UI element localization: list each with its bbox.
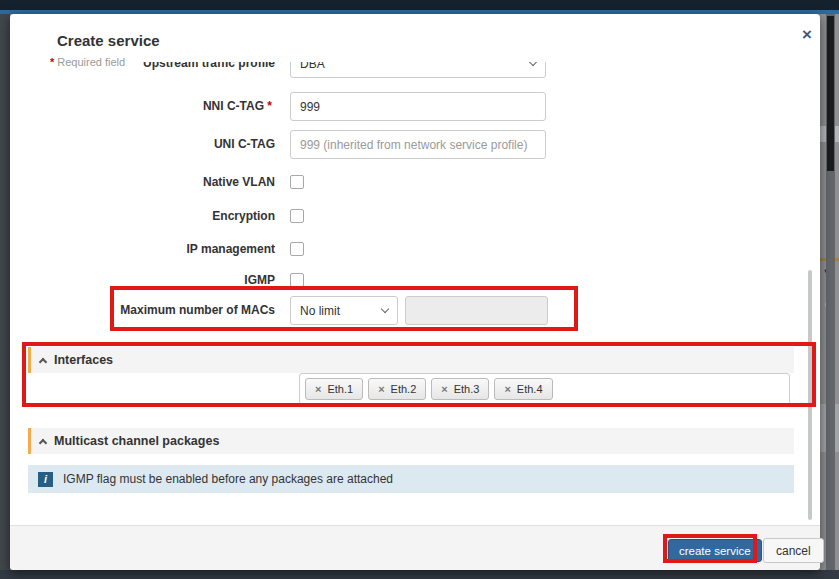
cancel-button[interactable]: cancel [763,538,824,563]
ip-management-checkbox[interactable] [290,242,304,256]
interface-tag-label: Eth.2 [391,383,417,395]
interfaces-header-label: Interfaces [54,353,113,367]
encryption-checkbox[interactable] [290,209,304,223]
multicast-header-label: Multicast channel packages [54,434,219,448]
encryption-label: Encryption [10,209,290,223]
background-left-edge [0,14,10,570]
native-vlan-label: Native VLAN [10,175,290,189]
modal-footer: create service cancel [10,525,820,570]
max-macs-select[interactable]: No limit [290,296,398,325]
igmp-info-alert: i IGMP flag must be enabled before any p… [28,465,794,493]
interface-tag-label: Eth.4 [517,383,543,395]
chevron-down-icon [529,62,537,66]
background-bottom-edge [0,570,839,579]
required-asterisk: * [267,99,272,113]
create-service-modal: Create service *Required field × Upstrea… [10,14,820,570]
multicast-section: Multicast channel packages [28,428,794,454]
remove-tag-icon[interactable]: × [315,384,321,395]
igmp-row: IGMP [10,270,820,290]
nni-ctag-row: NNI C-TAG * [10,92,820,121]
native-vlan-checkbox[interactable] [290,175,304,189]
modal-scrollbar-thumb[interactable] [808,270,812,520]
page-scrollbar-thumb[interactable] [827,16,834,171]
modal-body: Upstream traffic profile DBA NNI C-TAG *… [10,62,820,525]
interfaces-section: Interfaces × Eth.1 × Eth.2 × Eth.3 × Eth… [28,347,794,405]
native-vlan-row: Native VLAN [10,172,820,192]
remove-tag-icon[interactable]: × [504,384,510,395]
ip-management-row: IP management [10,239,820,259]
chevron-down-icon [381,305,389,313]
interface-tag[interactable]: × Eth.1 [305,378,363,400]
interface-tag[interactable]: × Eth.4 [494,378,552,400]
background-top-navbar [0,0,839,10]
interface-tag-label: Eth.3 [454,383,480,395]
modal-title: Create service [57,32,160,49]
uni-ctag-row: UNI C-TAG [10,130,820,159]
interfaces-section-header[interactable]: Interfaces [28,347,794,373]
interfaces-tag-input[interactable]: × Eth.1 × Eth.2 × Eth.3 × Eth.4 [299,373,790,405]
encryption-row: Encryption [10,206,820,226]
interface-tag[interactable]: × Eth.2 [368,378,426,400]
multicast-section-header[interactable]: Multicast channel packages [28,428,794,454]
igmp-label: IGMP [10,273,290,287]
remove-tag-icon[interactable]: × [441,384,447,395]
interface-tag-label: Eth.1 [327,383,353,395]
upstream-profile-row: Upstream traffic profile DBA [10,62,820,78]
upstream-profile-label: Upstream traffic profile [10,62,290,71]
uni-ctag-input[interactable] [290,130,546,159]
info-alert-text: IGMP flag must be enabled before any pac… [63,472,393,486]
nni-ctag-input[interactable] [290,92,546,121]
max-macs-row: Maximum number of MACs No limit [10,296,820,325]
collapse-chevron-up-icon [39,357,47,365]
upstream-profile-value: DBA [300,62,325,71]
collapse-chevron-up-icon [39,438,47,446]
remove-tag-icon[interactable]: × [378,384,384,395]
igmp-checkbox[interactable] [290,273,304,287]
max-macs-label: Maximum number of MACs [10,303,290,317]
info-icon: i [38,472,53,487]
close-icon[interactable]: × [802,26,812,43]
create-service-button[interactable]: create service [668,539,762,562]
max-macs-manual-input [405,296,548,325]
ip-management-label: IP management [10,242,290,256]
nni-ctag-label: NNI C-TAG [203,99,264,113]
upstream-profile-select[interactable]: DBA [290,62,546,78]
interface-tag[interactable]: × Eth.3 [431,378,489,400]
max-macs-selected-value: No limit [300,304,340,318]
uni-ctag-label: UNI C-TAG [10,137,290,151]
